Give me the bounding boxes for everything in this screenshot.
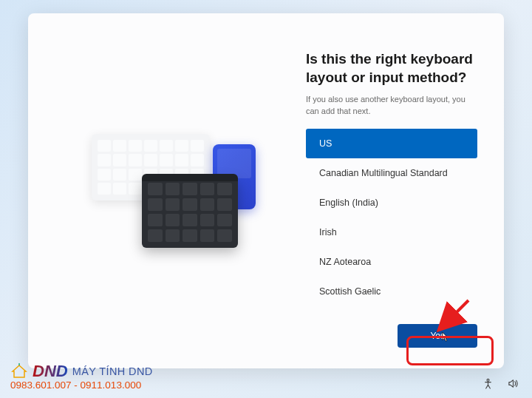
accessibility-icon[interactable] xyxy=(482,377,494,389)
yes-button[interactable]: Yes xyxy=(398,324,477,348)
footer: Yes xyxy=(306,318,477,348)
system-tray xyxy=(482,377,519,389)
watermark-phones: 0983.601.007 - 0911.013.000 xyxy=(10,380,153,391)
illustration-pane xyxy=(55,50,299,348)
yes-button-label: Yes xyxy=(430,331,445,341)
keyboard-illustration xyxy=(92,118,262,251)
content-pane: Is this the right keyboard layout or inp… xyxy=(299,50,477,348)
dark-numpad-icon xyxy=(142,177,238,248)
volume-icon[interactable] xyxy=(507,377,519,389)
layout-option-scottish[interactable]: Scottish Gaelic xyxy=(306,277,477,296)
svg-point-0 xyxy=(487,379,489,381)
page-subtitle: If you also use another keyboard layout,… xyxy=(306,94,477,117)
layout-option-irish[interactable]: Irish xyxy=(306,217,477,247)
layout-option-us[interactable]: US xyxy=(306,129,477,158)
layout-option-nz[interactable]: NZ Aotearoa xyxy=(306,247,477,277)
page-title: Is this the right keyboard layout or inp… xyxy=(306,50,477,87)
house-icon xyxy=(10,362,28,380)
oobe-setup-window: Is this the right keyboard layout or inp… xyxy=(28,13,504,368)
layout-option-canadian[interactable]: Canadian Multilingual Standard xyxy=(306,158,477,188)
layout-option-english-india[interactable]: English (India) xyxy=(306,188,477,217)
keyboard-layout-list[interactable]: US Canadian Multilingual Standard Englis… xyxy=(306,129,477,318)
